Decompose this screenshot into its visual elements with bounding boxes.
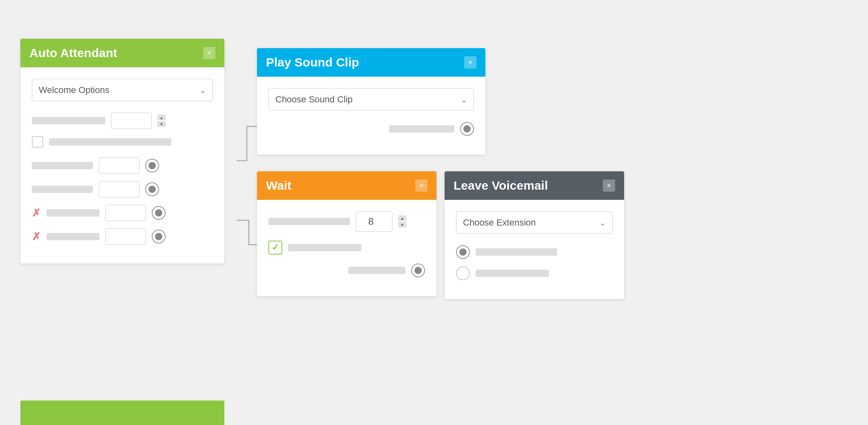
spinner-down[interactable]: ▼ bbox=[157, 121, 166, 127]
wait-title: Wait bbox=[266, 179, 291, 193]
welcome-options-dropdown[interactable]: Welcome Options bbox=[32, 79, 213, 101]
wait-label-bar-1 bbox=[268, 218, 350, 225]
row-5: ✗ bbox=[32, 205, 213, 221]
row-2 bbox=[32, 136, 213, 148]
input-4[interactable] bbox=[99, 181, 140, 197]
delete-icon-5[interactable]: ✗ bbox=[32, 207, 41, 219]
label-bar-3 bbox=[32, 162, 93, 169]
wait-label-bar-2 bbox=[288, 244, 361, 251]
auto-attendant-panel: Auto Attendant × Welcome Options ⌄ ▲ ▼ bbox=[20, 39, 224, 263]
input-1[interactable] bbox=[111, 113, 152, 129]
wait-close[interactable]: × bbox=[415, 179, 427, 192]
voicemail-radio-2[interactable] bbox=[456, 266, 470, 280]
input-6[interactable] bbox=[105, 228, 146, 245]
radio-inner-5 bbox=[155, 209, 162, 217]
play-sound-header: Play Sound Clip × bbox=[257, 48, 485, 77]
play-sound-radio-inner bbox=[463, 125, 471, 133]
extension-dropdown[interactable]: Choose Extension bbox=[456, 211, 613, 234]
spinner-up[interactable]: ▲ bbox=[157, 115, 166, 120]
wait-spinner[interactable]: ▲ ▼ bbox=[398, 215, 406, 228]
auto-attendant-close[interactable]: × bbox=[203, 47, 215, 59]
radio-3[interactable] bbox=[145, 159, 159, 173]
play-sound-body: Choose Sound Clip ⌄ bbox=[257, 77, 485, 155]
radio-inner-3 bbox=[148, 162, 156, 169]
wait-body: ▲ ▼ ✓ bbox=[257, 200, 436, 296]
delete-icon-6[interactable]: ✗ bbox=[32, 230, 41, 243]
voicemail-body: Choose Extension ⌄ bbox=[445, 200, 624, 299]
wait-green-checkbox[interactable]: ✓ bbox=[268, 241, 282, 255]
auto-attendant-title: Auto Attendant bbox=[29, 46, 117, 60]
spinner-1[interactable]: ▲ ▼ bbox=[157, 115, 166, 127]
voicemail-radio-1[interactable] bbox=[456, 245, 470, 259]
wait-spinner-up[interactable]: ▲ bbox=[398, 215, 406, 221]
radio-6[interactable] bbox=[152, 230, 166, 243]
play-sound-label-bar bbox=[389, 125, 454, 133]
label-bar-6 bbox=[46, 233, 100, 240]
radio-5[interactable] bbox=[152, 206, 166, 220]
wait-number-input[interactable] bbox=[356, 211, 392, 232]
row-6: ✗ bbox=[32, 228, 213, 245]
wait-checkbox-row: ✓ bbox=[268, 241, 425, 255]
row-1: ▲ ▼ bbox=[32, 113, 213, 129]
voicemail-row-1 bbox=[456, 245, 613, 259]
bottom-hint-panel bbox=[20, 401, 224, 425]
wait-header: Wait × bbox=[257, 171, 436, 200]
play-sound-radio-row bbox=[268, 122, 474, 136]
label-bar-5 bbox=[46, 209, 100, 217]
row-4 bbox=[32, 181, 213, 197]
label-bar-4 bbox=[32, 186, 93, 193]
wait-label-bar-3 bbox=[348, 267, 405, 274]
auto-attendant-body: Welcome Options ⌄ ▲ ▼ bbox=[20, 67, 224, 263]
wait-number-row: ▲ ▼ bbox=[268, 211, 425, 232]
voicemail-title: Leave Voicemail bbox=[454, 179, 548, 193]
label-bar-2 bbox=[49, 138, 171, 146]
wait-radio-inner bbox=[414, 267, 422, 274]
input-5[interactable] bbox=[105, 205, 146, 221]
row-3 bbox=[32, 157, 213, 174]
extension-dropdown-wrapper: Choose Extension ⌄ bbox=[456, 211, 613, 234]
voicemail-radio-inner-1 bbox=[459, 248, 467, 256]
radio-inner-6 bbox=[155, 233, 162, 240]
welcome-options-dropdown-wrapper: Welcome Options ⌄ bbox=[32, 79, 213, 101]
voicemail-panel: Leave Voicemail × Choose Extension ⌄ bbox=[445, 171, 624, 299]
wait-panel: Wait × ▲ ▼ ✓ bbox=[257, 171, 436, 296]
play-sound-panel: Play Sound Clip × Choose Sound Clip ⌄ bbox=[257, 48, 485, 155]
radio-inner-4 bbox=[148, 186, 156, 193]
sound-clip-dropdown[interactable]: Choose Sound Clip bbox=[268, 88, 474, 111]
input-3[interactable] bbox=[99, 157, 140, 174]
play-sound-title: Play Sound Clip bbox=[266, 55, 359, 69]
label-bar-1 bbox=[32, 117, 105, 124]
wait-spinner-down[interactable]: ▼ bbox=[398, 222, 406, 228]
voicemail-close[interactable]: × bbox=[603, 179, 615, 192]
play-sound-close[interactable]: × bbox=[464, 56, 476, 69]
voicemail-label-bar-2 bbox=[476, 270, 549, 277]
auto-attendant-header: Auto Attendant × bbox=[20, 39, 224, 67]
checkbox-1[interactable] bbox=[32, 136, 43, 148]
voicemail-header: Leave Voicemail × bbox=[445, 171, 624, 200]
play-sound-radio[interactable] bbox=[460, 122, 474, 136]
checkmark-icon: ✓ bbox=[272, 242, 279, 253]
voicemail-row-2 bbox=[456, 266, 613, 280]
wait-radio[interactable] bbox=[411, 263, 425, 277]
voicemail-label-bar-1 bbox=[476, 248, 557, 256]
radio-4[interactable] bbox=[145, 182, 159, 196]
wait-output-row bbox=[268, 263, 425, 277]
sound-clip-dropdown-wrapper: Choose Sound Clip ⌄ bbox=[268, 88, 474, 111]
